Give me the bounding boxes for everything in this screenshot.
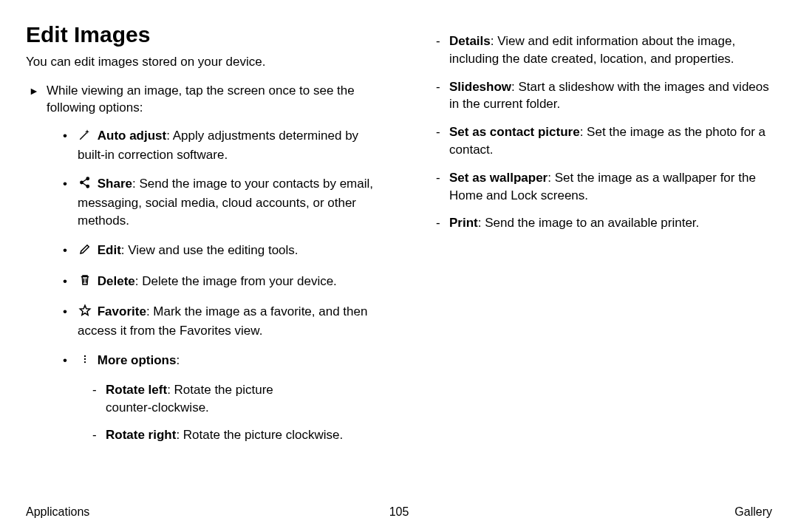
option-share: Share: Send the image to your contacts b… xyxy=(63,175,377,229)
option-label: Edit xyxy=(98,243,121,257)
step-item: ► While viewing an image, tap the screen… xyxy=(26,83,377,117)
option-more: More options: Rotate left: Rotate the pi… xyxy=(63,352,377,444)
sub-wallpaper: Set as wallpaper: Set the image as a wal… xyxy=(436,169,772,205)
sub-contact-picture: Set as contact picture: Set the image as… xyxy=(436,123,772,159)
options-list: Auto adjust: Apply adjustments determine… xyxy=(26,127,377,444)
intro-text: You can edit images stored on your devic… xyxy=(26,55,377,69)
pencil-icon xyxy=(78,242,92,261)
sub-rotate-left: Rotate left: Rotate the picture counter‑… xyxy=(92,381,377,417)
svg-point-5 xyxy=(84,361,86,363)
page-title: Edit Images xyxy=(26,22,377,47)
sub-print: Print: Send the image to an available pr… xyxy=(436,214,772,232)
option-label: Auto adjust xyxy=(98,129,167,143)
footer-left: Applications xyxy=(26,505,89,519)
sub-label: Details xyxy=(449,34,491,48)
sub-label: Slideshow xyxy=(449,80,511,94)
star-icon xyxy=(78,304,92,322)
share-icon xyxy=(78,176,92,194)
option-delete: Delete: Delete the image from your devic… xyxy=(63,273,377,292)
footer-right: Gallery xyxy=(734,505,772,519)
option-auto-adjust: Auto adjust: Apply adjustments determine… xyxy=(63,127,377,164)
sub-label: Print xyxy=(449,216,478,230)
option-desc: : xyxy=(176,353,180,367)
option-favorite: Favorite: Mark the image as a favorite, … xyxy=(63,303,377,340)
sub-label: Rotate left xyxy=(106,383,167,397)
svg-point-4 xyxy=(84,358,86,360)
svg-point-1 xyxy=(86,178,89,180)
option-label: Share xyxy=(98,177,132,191)
magic-wand-icon xyxy=(78,128,92,146)
option-label: Favorite xyxy=(98,304,146,318)
sub-desc: : Send the image to an available printer… xyxy=(478,216,700,230)
sub-desc: : View and edit information about the im… xyxy=(449,34,735,66)
trash-icon xyxy=(78,273,92,292)
svg-point-2 xyxy=(86,185,89,188)
footer-page-number: 105 xyxy=(389,505,409,519)
sub-details: Details: View and edit information about… xyxy=(436,33,772,68)
option-label: Delete xyxy=(98,274,135,288)
option-edit: Edit: View and use the editing tools. xyxy=(63,242,377,261)
sub-label: Set as contact picture xyxy=(449,125,580,139)
sub-rotate-right: Rotate right: Rotate the picture clockwi… xyxy=(92,426,377,444)
more-sublist-right: Details: View and edit information about… xyxy=(421,33,772,232)
step-marker-icon: ► xyxy=(29,83,47,117)
svg-point-3 xyxy=(84,355,86,357)
page-footer: Applications 105 Gallery xyxy=(26,505,772,519)
option-desc: : View and use the editing tools. xyxy=(121,243,299,257)
sub-label: Set as wallpaper xyxy=(449,171,548,185)
sub-label: Rotate right xyxy=(106,428,176,442)
option-label: More options xyxy=(98,353,177,367)
step-text: While viewing an image, tap the screen o… xyxy=(47,83,377,117)
more-sublist-left: Rotate left: Rotate the picture counter‑… xyxy=(78,381,377,444)
sub-slideshow: Slideshow: Start a slideshow with the im… xyxy=(436,78,772,114)
option-desc: : Delete the image from your device. xyxy=(135,274,337,288)
svg-point-0 xyxy=(81,182,83,184)
more-vertical-icon xyxy=(78,352,92,371)
sub-desc: : Rotate the picture clockwise. xyxy=(176,428,343,442)
